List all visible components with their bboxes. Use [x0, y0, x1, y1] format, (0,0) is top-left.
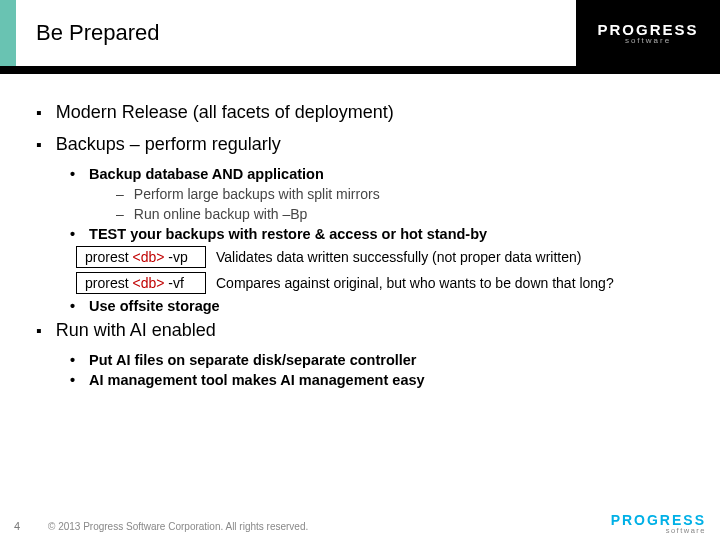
accent-bar	[0, 0, 16, 66]
logo-subtext: software	[597, 37, 698, 45]
dot-bullet-icon: •	[70, 226, 75, 242]
bullet-text: TEST your backups with restore & access …	[89, 226, 487, 242]
brand-box: PROGRESS software	[576, 0, 720, 66]
square-bullet-icon: ▪	[36, 320, 42, 342]
bullet-text: Backups – perform regularly	[56, 134, 281, 156]
cmd-part: -vp	[164, 249, 187, 265]
slide: Be Prepared PROGRESS software ▪ Modern R…	[0, 0, 720, 540]
bullet-backups: ▪ Backups – perform regularly	[36, 134, 686, 156]
dot-bullet-icon: •	[70, 372, 75, 388]
bullet-text: Put AI files on separate disk/separate c…	[89, 352, 416, 368]
bullet-modern-release: ▪ Modern Release (all facets of deployme…	[36, 102, 686, 124]
bullet-text: Run online backup with –Bp	[134, 206, 308, 222]
bullet-ai-enabled: ▪ Run with AI enabled	[36, 320, 686, 342]
content: ▪ Modern Release (all facets of deployme…	[36, 96, 686, 392]
divider-bar	[0, 66, 720, 74]
bullet-text: Perform large backups with split mirrors	[134, 186, 380, 202]
cmd-part: prorest	[85, 275, 132, 291]
logo-subtext: software	[611, 527, 706, 535]
page-number: 4	[14, 520, 20, 532]
bullet-text: Run with AI enabled	[56, 320, 216, 342]
dash-bullet-icon: –	[116, 206, 124, 222]
dash-bullet-icon: –	[116, 186, 124, 202]
page-title: Be Prepared	[36, 20, 160, 46]
command-row-vp: prorest <db> -vp Validates data written …	[76, 246, 686, 268]
logo-text: PROGRESS	[611, 513, 706, 527]
subbullet-offsite: • Use offsite storage	[70, 298, 686, 314]
dot-bullet-icon: •	[70, 166, 75, 182]
subbullet-ai-tool: • AI management tool makes AI management…	[70, 372, 686, 388]
footer: 4 © 2013 Progress Software Corporation. …	[0, 510, 720, 540]
command-box: prorest <db> -vp	[76, 246, 206, 268]
command-row-vf: prorest <db> -vf Compares against origin…	[76, 272, 686, 294]
header: Be Prepared PROGRESS software	[0, 0, 720, 66]
subsub-online-backup: – Run online backup with –Bp	[116, 206, 686, 222]
logo-text: PROGRESS	[597, 22, 698, 37]
progress-logo: PROGRESS software	[597, 22, 698, 45]
footer-logo: PROGRESS software	[611, 513, 706, 535]
cmd-part: -vf	[164, 275, 183, 291]
title-bar: Be Prepared	[16, 0, 576, 66]
square-bullet-icon: ▪	[36, 134, 42, 156]
copyright: © 2013 Progress Software Corporation. Al…	[48, 521, 308, 532]
bullet-text: Use offsite storage	[89, 298, 220, 314]
command-box: prorest <db> -vf	[76, 272, 206, 294]
bullet-text: AI management tool makes AI management e…	[89, 372, 425, 388]
cmd-placeholder: <db>	[132, 275, 164, 291]
subsub-split-mirrors: – Perform large backups with split mirro…	[116, 186, 686, 202]
cmd-placeholder: <db>	[132, 249, 164, 265]
square-bullet-icon: ▪	[36, 102, 42, 124]
command-desc: Validates data written successfully (not…	[216, 249, 581, 265]
subbullet-ai-files: • Put AI files on separate disk/separate…	[70, 352, 686, 368]
bullet-text: Backup database AND application	[89, 166, 324, 182]
command-desc: Compares against original, but who wants…	[216, 275, 614, 291]
subbullet-test-backups: • TEST your backups with restore & acces…	[70, 226, 686, 242]
dot-bullet-icon: •	[70, 352, 75, 368]
bullet-text: Modern Release (all facets of deployment…	[56, 102, 394, 124]
cmd-part: prorest	[85, 249, 132, 265]
dot-bullet-icon: •	[70, 298, 75, 314]
subbullet-backup-db: • Backup database AND application	[70, 166, 686, 182]
